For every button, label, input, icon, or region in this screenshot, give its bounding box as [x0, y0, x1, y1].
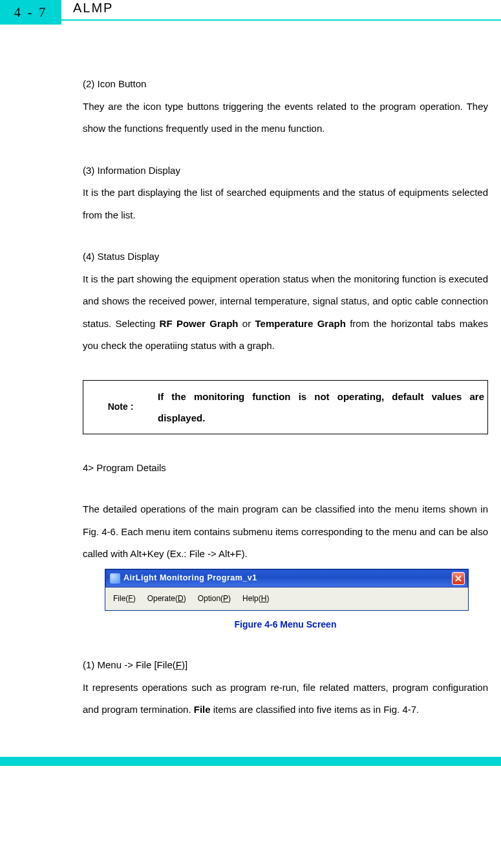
close-icon[interactable]: [452, 572, 465, 585]
m-file-u: F: [128, 594, 133, 603]
page-content: (2) Icon Button They are the icon type b…: [0, 25, 501, 747]
m-opt-pre: Option(: [198, 594, 223, 603]
menubar: File(F) Operate(D) Option(P) Help(H): [105, 587, 468, 611]
section-3-heading: (3) Information Display: [83, 160, 488, 182]
s4-bold1: RF Power Graph: [160, 318, 239, 329]
m-hlp-post: ): [266, 594, 269, 603]
section-2-body: They are the icon type buttons triggerin…: [83, 96, 488, 140]
window-frame: AirLight Monitoring Program_v1 File(F) O…: [105, 569, 469, 611]
m-op-post: ): [184, 594, 186, 603]
app-icon: [110, 573, 120, 584]
menu-file-heading: (1) Menu -> File [File(F)]: [83, 654, 488, 677]
note-content: If the monitoring function is not operat…: [158, 381, 487, 434]
page-header: 4 - 7 ALMP: [0, 0, 501, 25]
note-label: Note :: [83, 381, 158, 434]
mf-body-post: items are classified into five items as …: [211, 704, 420, 715]
section-2-heading: (2) Icon Button: [83, 73, 488, 96]
m-file-pre: File(: [113, 594, 128, 603]
m-op-pre: Operate(: [147, 594, 178, 603]
section-3-body: It is the part displaying the list of se…: [83, 182, 488, 226]
program-details-heading: 4> Program Details: [83, 457, 488, 480]
footer-bar: [0, 757, 501, 766]
mf-bold: File: [194, 704, 211, 715]
s4-mid: or: [238, 318, 255, 329]
mf-u: F: [176, 659, 182, 670]
window-title: AirLight Monitoring Program_v1: [123, 569, 257, 587]
section-4-body: It is the part showing the equipment ope…: [83, 268, 488, 357]
menu-file-body: It represents operations such as program…: [83, 677, 488, 721]
menu-option[interactable]: Option(P): [193, 589, 236, 609]
menu-help[interactable]: Help(H): [237, 589, 274, 609]
menu-operate[interactable]: Operate(D): [142, 589, 191, 609]
header-title: ALMP: [73, 1, 113, 16]
window-titlebar: AirLight Monitoring Program_v1: [105, 569, 468, 587]
s4-bold2: Temperature Graph: [255, 318, 346, 329]
m-hlp-pre: Help(: [242, 594, 261, 603]
m-opt-u: P: [223, 594, 228, 603]
mf-post: )]: [182, 659, 187, 670]
menu-file[interactable]: File(F): [108, 589, 141, 609]
figure-screenshot: AirLight Monitoring Program_v1 File(F) O…: [105, 569, 469, 611]
note-box: Note : If the monitoring function is not…: [83, 380, 488, 434]
m-file-post: ): [133, 594, 136, 603]
m-op-u: D: [178, 594, 184, 603]
m-opt-post: ): [228, 594, 231, 603]
figure-caption: Figure 4-6 Menu Screen: [83, 614, 488, 635]
mf-pre: (1) Menu -> File [File(: [83, 659, 176, 670]
page-number: 4 - 7: [0, 0, 61, 25]
section-4-heading: (4) Status Display: [83, 246, 488, 268]
program-details-body: The detailed operations of the main prog…: [83, 498, 488, 566]
header-title-row: ALMP: [61, 0, 501, 21]
